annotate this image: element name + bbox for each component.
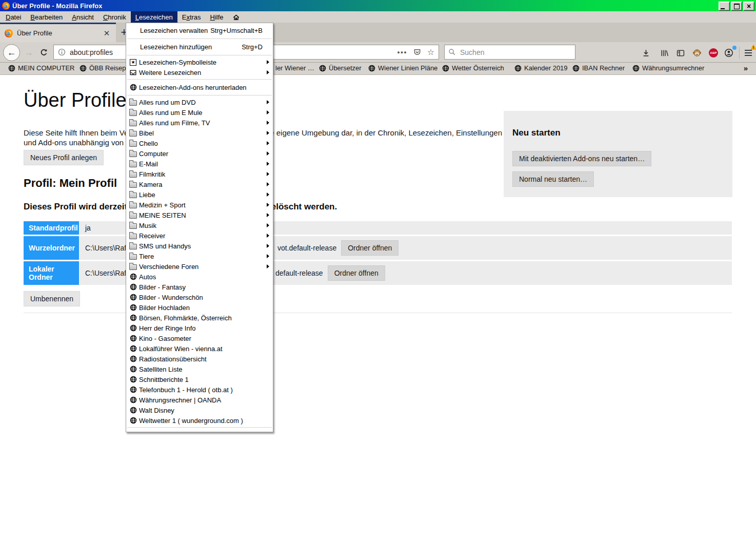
open-folder-button[interactable]: Ordner öffnen	[341, 240, 399, 256]
menu-item-herr-der-ringe-info[interactable]: Herr der Ringe Info	[126, 323, 273, 333]
folder-icon	[128, 170, 138, 178]
menu-item-filmkritik[interactable]: Filmkritik	[126, 169, 273, 179]
menu-item-verschiedene-foren[interactable]: Verschiedene Foren	[126, 261, 273, 272]
menu-item-musik[interactable]: Musik	[126, 220, 273, 230]
tab-ueber-profile[interactable]: Über Profile ✕	[0, 23, 116, 42]
menu-hamburger-icon[interactable]: !	[742, 47, 754, 58]
back-button[interactable]: ←	[3, 44, 20, 61]
bookmark-kalender-2019[interactable]: Kalender 2019	[514, 64, 568, 72]
menubar-item-chronik[interactable]: Chronik	[98, 11, 131, 23]
menu-item-kamera[interactable]: Kamera	[126, 179, 273, 189]
menu-item-bibel[interactable]: Bibel	[126, 128, 273, 138]
menu-item-kino-gasometer[interactable]: Kino - Gasometer	[126, 333, 273, 343]
bookmark-label: Wiener Linien Pläne	[378, 64, 437, 72]
menu-item-chello[interactable]: Chello	[126, 138, 273, 148]
menu-item-receiver[interactable]: Receiver	[126, 230, 273, 241]
menu-item-medizin-sport[interactable]: Medizin + Sport	[126, 200, 273, 210]
menu-item-telefonbuch-1-herold-otb-at[interactable]: Telefonbuch 1 - Herold ( otb.at )	[126, 384, 273, 395]
menu-item-weltwetter-1-wunderground-com[interactable]: Weltwetter 1 ( wunderground.com )	[126, 415, 273, 426]
menu-item-label: Computer	[139, 150, 168, 158]
create-profile-button[interactable]: Neues Profil anlegen	[24, 150, 104, 165]
bookmark-währungsumrechner[interactable]: Währungsumrechner	[632, 64, 704, 72]
menu-item-bilder-hochladen[interactable]: Bilder Hochladen	[126, 302, 273, 313]
menu-item-label: Währungsrechner | OANDA	[139, 396, 221, 404]
menubar-item-bearbeiten[interactable]: Bearbeiten	[26, 11, 67, 23]
menu-item-walt-disney[interactable]: Walt Disney	[126, 405, 273, 415]
bookmark-iban-rechner[interactable]: IBAN Rechner	[572, 64, 625, 72]
bookmark-star-icon[interactable]: ☆	[427, 47, 434, 57]
bookmark-ler-wiener[interactable]: ler Wiener …	[275, 64, 314, 72]
menu-item-e-mail[interactable]: E-Mail	[126, 159, 273, 169]
menu-item-sms-und-handys[interactable]: SMS und Handys	[126, 241, 273, 251]
open-folder-button[interactable]: Ordner öffnen	[328, 265, 385, 281]
menu-item-lesezeichen-symbolleiste[interactable]: ★Lesezeichen-Symbolleiste	[126, 57, 273, 67]
menubar-item-hilfe[interactable]: Hilfe	[206, 11, 228, 23]
adblock-plus-icon[interactable]: ABP	[707, 47, 720, 59]
menubar-item-ansicht[interactable]: Ansicht	[67, 11, 98, 23]
menubar-item-datei[interactable]: Datei	[1, 11, 26, 23]
minimize-button[interactable]	[719, 2, 730, 11]
rename-button[interactable]: Umbenennen	[24, 291, 80, 306]
menu-item-bilder-fantasy[interactable]: Bilder - Fantasy	[126, 282, 273, 292]
menu-item-weitere-lesezeichen[interactable]: Weitere Lesezeichen	[126, 67, 273, 78]
menu-item-schnittberichte-1[interactable]: Schnittberichte 1	[126, 374, 273, 384]
bookmark-label: ler Wiener …	[275, 64, 314, 72]
bookmarks-overflow-chevron[interactable]: »	[744, 64, 748, 72]
page-actions-icon[interactable]: ●●●	[397, 50, 407, 55]
menu-item-währungsrechner-oanda[interactable]: Währungsrechner | OANDA	[126, 395, 273, 405]
submenu-arrow-icon	[267, 151, 269, 156]
bookmarks-menu-popup: Lesezeichen verwaltenStrg+Umschalt+BLese…	[126, 23, 273, 432]
menu-item-börsen-flohmärkte-österreich[interactable]: Börsen, Flohmärkte, Österreich	[126, 313, 273, 323]
greasemonkey-icon[interactable]	[690, 47, 704, 59]
globe-icon	[128, 376, 138, 383]
search-bar[interactable]	[444, 45, 575, 60]
home-icon[interactable]	[228, 11, 244, 23]
bookmark-mein-computer[interactable]: MEIN COMPUTER	[8, 64, 75, 72]
globe-icon	[128, 273, 138, 280]
folder-icon	[128, 160, 138, 167]
reload-button[interactable]	[37, 47, 50, 58]
menubar-item-extras[interactable]: Extras	[177, 11, 206, 23]
downloads-icon[interactable]	[639, 47, 652, 59]
menu-item-meine-seiten[interactable]: MEINE SEITEN	[126, 210, 273, 220]
restart-safe-mode-button[interactable]: Mit deaktivierten Add-ons neu starten…	[512, 151, 651, 166]
menu-item-label: Chello	[139, 140, 158, 147]
submenu-arrow-icon	[267, 110, 269, 114]
menu-item-tiere[interactable]: Tiere	[126, 251, 273, 261]
menu-item-lesezeichen-verwalten[interactable]: Lesezeichen verwaltenStrg+Umschalt+B	[126, 24, 273, 37]
pocket-icon[interactable]	[413, 48, 421, 56]
menu-item-lesezeichen-add-ons-herunterladen[interactable]: Lesezeichen-Add-ons herunterladen	[126, 81, 273, 93]
tab-close-icon[interactable]: ✕	[102, 29, 111, 38]
bookmark-öbb-reisep[interactable]: ÖBB Reisep	[79, 64, 126, 72]
site-info-icon[interactable]	[58, 48, 66, 56]
menu-item-alles-rund-um-dvd[interactable]: Alles rund um DVD	[126, 97, 273, 107]
bookmark-wetter-österreich[interactable]: Wetter Österreich	[442, 64, 504, 72]
restart-normal-button[interactable]: Normal neu starten…	[512, 171, 594, 187]
menu-item-alles-rund-um-filme-tv[interactable]: Alles rund um Filme, TV	[126, 118, 273, 128]
forward-button[interactable]: →	[23, 47, 35, 58]
menu-item-lokalführer-wien-vienna-at[interactable]: Lokalführer Wien - vienna.at	[126, 343, 273, 354]
menu-item-bilder-wunderschön[interactable]: Bilder - Wunderschön	[126, 292, 273, 302]
menu-item-liebe[interactable]: Liebe	[126, 189, 273, 200]
bookmark-wiener-linien-pläne[interactable]: Wiener Linien Pläne	[368, 64, 437, 72]
url-text[interactable]: about:profiles	[70, 48, 113, 56]
menu-item-alles-rund-um-e-mule[interactable]: Alles rund um E Mule	[126, 107, 273, 118]
close-button[interactable]: ×	[743, 2, 754, 11]
menu-item-label: Alles rund um E Mule	[139, 109, 203, 117]
menu-item-radiostationsübersicht[interactable]: Radiostationsübersicht	[126, 354, 273, 364]
menubar-item-lesezeichen[interactable]: Lesezeichen	[131, 11, 177, 23]
menu-item-satelliten-liste[interactable]: Satelliten Liste	[126, 364, 273, 374]
maximize-button[interactable]	[731, 2, 742, 11]
search-input[interactable]	[459, 48, 571, 57]
menu-item-lesezeichen-hinzufügen[interactable]: Lesezeichen hinzufügenStrg+D	[126, 41, 273, 53]
account-icon[interactable]	[722, 47, 735, 59]
library-icon[interactable]	[658, 47, 671, 59]
menu-item-computer[interactable]: Computer	[126, 148, 273, 159]
sidebar-icon[interactable]	[674, 47, 687, 59]
path-start: C:\Users\Raffa	[85, 244, 132, 252]
bookmark-übersetzer[interactable]: Übersetzer	[319, 64, 362, 72]
submenu-arrow-icon	[267, 121, 269, 125]
notification-dot	[732, 46, 737, 50]
menu-separator	[127, 427, 272, 428]
menu-item-autos[interactable]: Autos	[126, 272, 273, 282]
